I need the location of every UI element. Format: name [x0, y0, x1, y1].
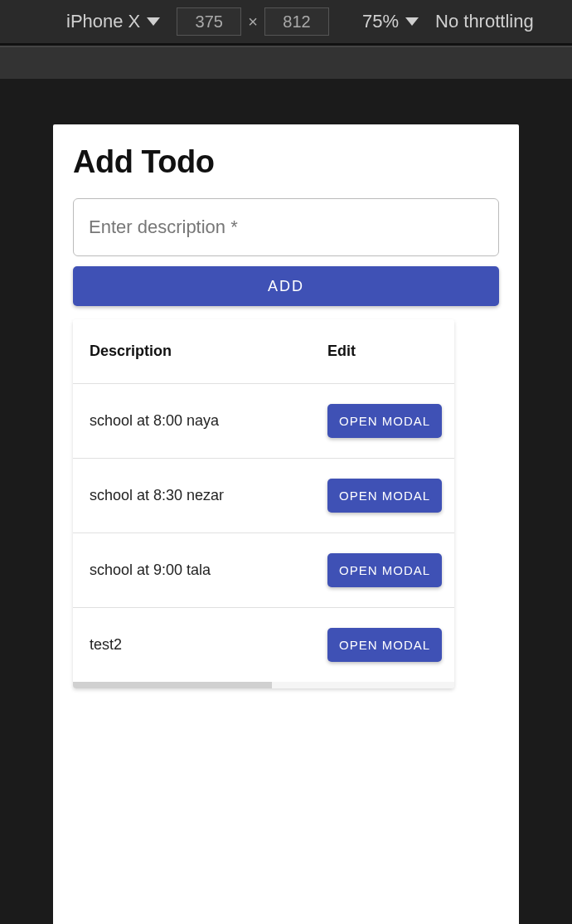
- todo-table-container[interactable]: Description Edit school at 8:00 naya OPE…: [73, 319, 454, 688]
- cell-edit: OPEN MODAL: [311, 459, 454, 533]
- cell-edit: OPEN MODAL: [311, 533, 454, 608]
- cell-description: school at 8:30 nezar: [73, 459, 311, 533]
- horizontal-scrollbar[interactable]: [73, 682, 454, 688]
- zoom-select[interactable]: 75%: [362, 11, 419, 32]
- table-row: test2 OPEN MODAL: [73, 608, 454, 683]
- throttling-value: No throttling: [435, 11, 534, 32]
- cell-edit: OPEN MODAL: [311, 384, 454, 459]
- open-modal-button[interactable]: OPEN MODAL: [327, 479, 442, 513]
- viewport-area: Add Todo ADD Description Edit school at …: [0, 79, 572, 924]
- cell-description: test2: [73, 608, 311, 683]
- table-row: school at 8:00 naya OPEN MODAL: [73, 384, 454, 459]
- description-input[interactable]: [73, 198, 499, 256]
- table-header-row: Description Edit: [73, 319, 454, 384]
- height-input[interactable]: [264, 7, 329, 36]
- chevron-down-icon: [405, 17, 419, 26]
- width-input[interactable]: [177, 7, 241, 36]
- col-header-edit: Edit: [311, 319, 454, 384]
- dimension-controls: ×: [177, 7, 329, 36]
- open-modal-button[interactable]: OPEN MODAL: [327, 553, 442, 587]
- todo-table: Description Edit school at 8:00 naya OPE…: [73, 319, 454, 683]
- device-frame: Add Todo ADD Description Edit school at …: [53, 124, 519, 924]
- devtools-device-toolbar: iPhone X × 75% No throttling: [0, 0, 572, 46]
- scrollbar-thumb[interactable]: [73, 682, 272, 688]
- open-modal-button[interactable]: OPEN MODAL: [327, 628, 442, 662]
- device-select[interactable]: iPhone X: [66, 11, 160, 32]
- cell-edit: OPEN MODAL: [311, 608, 454, 683]
- device-name: iPhone X: [66, 11, 140, 32]
- open-modal-button[interactable]: OPEN MODAL: [327, 404, 442, 438]
- chevron-down-icon: [147, 17, 160, 26]
- table-row: school at 8:30 nezar OPEN MODAL: [73, 459, 454, 533]
- cell-description: school at 9:00 tala: [73, 533, 311, 608]
- cell-description: school at 8:00 naya: [73, 384, 311, 459]
- col-header-description: Description: [73, 319, 311, 384]
- zoom-value: 75%: [362, 11, 399, 32]
- devtools-ruler: [0, 46, 572, 79]
- throttling-select[interactable]: No throttling: [435, 11, 534, 32]
- table-row: school at 9:00 tala OPEN MODAL: [73, 533, 454, 608]
- page-title: Add Todo: [73, 144, 499, 180]
- dimension-separator: ×: [241, 12, 264, 32]
- add-button[interactable]: ADD: [73, 266, 499, 306]
